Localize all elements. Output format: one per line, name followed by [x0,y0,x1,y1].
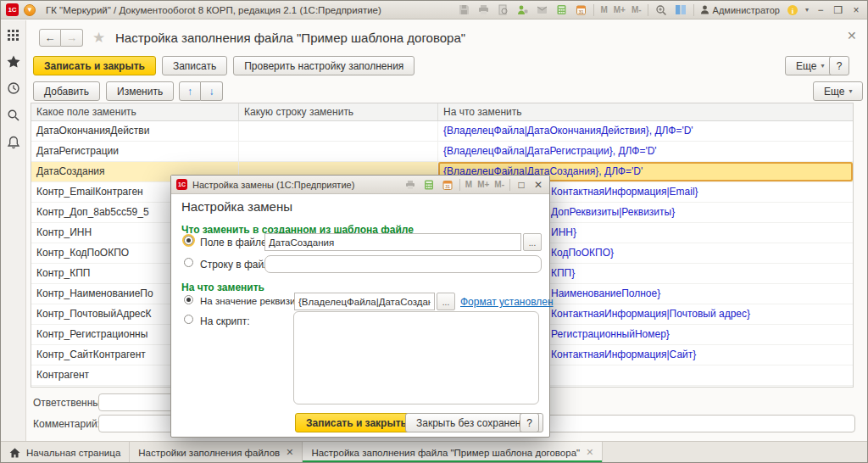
mail-icon[interactable] [535,3,548,17]
script-label: На скрипт: [200,315,250,327]
check-fill-settings-button[interactable]: Проверить настройку заполнения [233,56,415,75]
string-in-file-radio[interactable] [184,258,193,267]
1c-logo-icon: 1С [176,179,187,190]
move-down-button[interactable]: ↓ [201,81,223,101]
print-icon[interactable] [476,3,490,17]
format-set-link[interactable]: Формат установлен [460,296,554,308]
column-header[interactable]: Какое поле заменить [31,103,239,120]
comment-label: Комментарий: [33,418,100,430]
section-replace-with: На что заменить [181,282,264,293]
calendar-icon[interactable]: 31 [441,178,454,192]
m-plus-button[interactable]: M+ [477,180,489,189]
m-plus-button[interactable]: M+ [614,5,626,14]
1c-logo-icon: 1С [6,3,19,16]
tab-close-icon[interactable]: ✕ [286,447,293,458]
dialog-close-button[interactable]: ✕ [532,179,544,191]
zoom-icon[interactable] [654,3,668,17]
tab-fill-setting-current[interactable]: Настройка заполнения файла "Пример шабло… [303,442,603,463]
column-header[interactable]: На что заменить [438,103,853,120]
page-title: Настройка заполнения файла "Пример шабло… [115,31,465,45]
tab-fill-settings-list[interactable]: Настройки заполнения файлов ✕ [130,442,303,463]
tab-home[interactable]: Начальная страница [1,442,130,463]
add-row-button[interactable]: Добавить [33,81,100,101]
field-in-file-label: Поле в файле: [200,237,270,248]
move-up-button[interactable]: ↑ [179,81,201,101]
history-clock-icon[interactable] [7,81,20,95]
nav-back-button[interactable]: ← [39,29,61,47]
search-icon[interactable] [7,109,20,122]
menu-grid-icon[interactable] [7,29,19,42]
dialog-save-and-close-button[interactable]: Записать и закрыть [295,413,418,432]
m-button[interactable]: M [600,5,607,14]
info-icon[interactable]: i [786,3,799,17]
person-icon [700,5,709,14]
form-close-icon[interactable]: ✕ [847,29,857,42]
svg-text:31: 31 [445,184,450,189]
dialog-heading: Настройка замены [181,199,292,214]
column-header[interactable]: Какую строку заменить [239,103,438,120]
table-row[interactable]: ДатаРегистрации{ВладелецФайла|ДатаРегист… [31,142,853,162]
save-button[interactable]: Записать [162,56,227,75]
list-more-button[interactable]: Еще▾ [813,81,863,101]
nav-forward-button[interactable]: → [61,29,83,47]
save-icon[interactable] [457,3,470,17]
main-menu-button[interactable]: ▼ [24,4,36,16]
tool-sidebar [1,20,26,441]
responsible-label: Ответственный: [33,397,108,409]
close-button[interactable]: × [850,4,862,16]
save-and-close-button[interactable]: Записать и закрыть [33,56,156,75]
table-row[interactable]: ДатаОкончанияДействи{ВладелецФайла|ДатаО… [31,121,853,142]
tab-label: Настройка заполнения файла "Пример шабло… [311,448,580,458]
window-titlebar: 1С ▼ ГК "Меркурий" / Документообоrot 8 К… [1,1,867,20]
attribute-value-input[interactable] [294,293,435,310]
table-cell[interactable] [239,121,438,141]
open-windows-tabbar: Начальная страница Настройки заполнения … [1,441,867,463]
table-cell[interactable] [239,142,438,161]
calculator-icon[interactable] [422,178,436,192]
table-cell[interactable]: {ВладелецФайла|ДатаРегистрации}, ДЛФ='D' [438,142,853,161]
replacement-settings-dialog: 1С Настройка замены (1С:Предприятие) 31 … [170,175,550,438]
calculator-icon[interactable] [554,3,568,17]
restore-button[interactable]: ❒ [832,4,844,16]
print-preview-icon[interactable] [496,3,509,17]
dialog-maximize-button[interactable]: □ [515,179,527,191]
table-cell[interactable]: ДатаОкончанияДействи [31,121,239,141]
info-dropdown-icon[interactable]: ▾ [805,6,809,14]
svg-text:31: 31 [578,9,583,14]
m-minus-button[interactable]: M- [494,180,504,189]
edit-row-button[interactable]: Изменить [106,81,174,101]
m-button[interactable]: M [465,180,472,189]
print-icon[interactable] [403,178,417,192]
field-picker-button[interactable]: ... [523,233,542,251]
current-user[interactable]: Администратор [700,5,780,15]
m-minus-button[interactable]: M- [632,5,642,14]
calendar-icon[interactable]: 31 [574,3,587,17]
field-in-file-input[interactable] [264,233,521,251]
table-cell[interactable]: ДатаРегистрации [31,142,239,161]
attribute-value-label: На значение реквизита: [200,296,308,306]
tab-label: Начальная страница [26,448,120,458]
script-radio[interactable] [184,315,193,324]
script-textarea[interactable] [293,311,539,404]
minimize-button[interactable]: − [815,4,826,16]
favorites-star-icon[interactable] [7,55,20,68]
split-view-icon[interactable] [674,3,687,17]
more-button[interactable]: Еще▾ [785,56,835,75]
help-button[interactable]: ? [829,56,849,75]
attribute-picker-button[interactable]: ... [437,293,455,310]
dialog-titlebar: 1С Настройка замены (1С:Предприятие) 31 … [171,176,549,194]
field-in-file-radio[interactable] [184,236,193,245]
favorite-toggle-icon[interactable]: ★ [92,29,105,47]
user-link-icon[interactable] [515,3,529,17]
string-in-file-input[interactable] [264,255,542,273]
table-cell[interactable]: {ВладелецФайла|ДатаОкончанияДействия}, Д… [438,121,853,141]
dialog-help-button[interactable]: ? [520,413,539,432]
tab-label: Настройки заполнения файлов [138,448,280,458]
chevron-down-icon: ▾ [821,62,824,70]
tab-close-icon[interactable]: ✕ [586,447,593,458]
notifications-bell-icon[interactable] [7,136,20,149]
chevron-down-icon: ▾ [849,87,852,95]
current-user-name: Администратор [713,5,780,15]
attribute-value-radio[interactable] [184,295,193,304]
home-icon [9,448,20,458]
